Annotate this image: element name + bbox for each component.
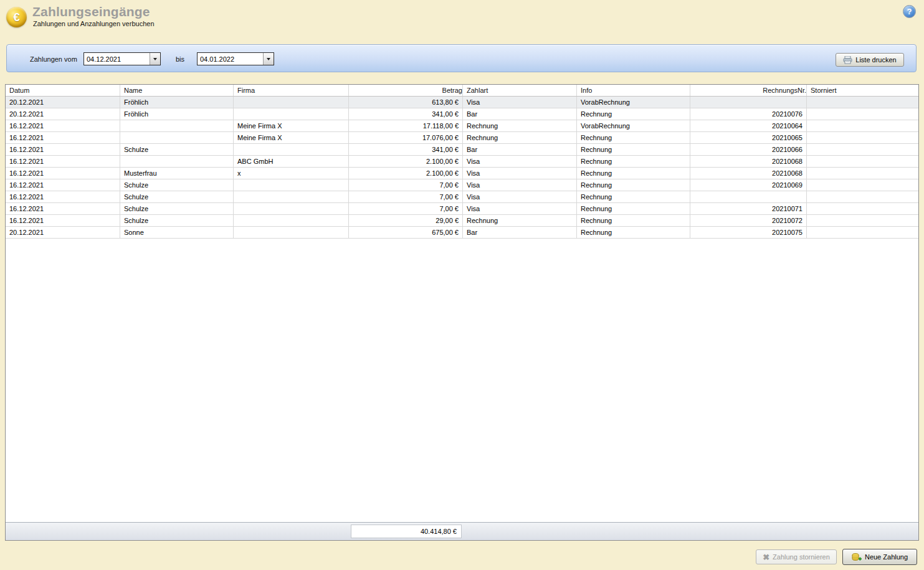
x-icon: ✖ [763, 553, 769, 561]
cell-rechnungsnr: 20210069 [690, 179, 807, 191]
date-from-input[interactable] [84, 53, 150, 65]
cell-storniert [807, 168, 918, 179]
cell-firma [234, 144, 349, 155]
cell-zahlart: Bar [463, 144, 577, 155]
cell-betrag: 341,00 € [349, 108, 463, 120]
euro-coin-icon: € [6, 7, 27, 27]
table-row[interactable]: 16.12.2021Meine Firma X17.076,00 €Rechnu… [6, 132, 918, 144]
cell-zahlart: Bar [463, 227, 577, 238]
cell-name [120, 132, 234, 143]
column-header-storniert[interactable]: Storniert [807, 85, 918, 96]
new-payment-label: Neue Zahlung [865, 553, 908, 561]
cell-betrag: 613,80 € [349, 97, 463, 108]
table-row[interactable]: 16.12.2021Musterfraux2.100,00 €VisaRechn… [6, 168, 918, 179]
table-row[interactable]: 20.12.2021Fröhlich613,80 €VisaVorabRechn… [6, 97, 918, 108]
cell-datum: 16.12.2021 [6, 156, 120, 167]
date-from-picker[interactable] [83, 52, 161, 65]
new-payment-button[interactable]: Neue Zahlung [842, 549, 917, 565]
date-to-dropdown-button[interactable] [263, 53, 274, 65]
cell-info: Rechnung [577, 227, 690, 238]
cell-info: Rechnung [577, 156, 690, 167]
cell-info: Rechnung [577, 215, 690, 226]
cell-rechnungsnr: 20210064 [690, 120, 807, 131]
cell-rechnungsnr [690, 97, 807, 108]
cell-name: Sonne [120, 227, 234, 238]
help-glyph: ? [907, 7, 912, 16]
cell-zahlart: Visa [463, 156, 577, 167]
date-to-input[interactable] [198, 53, 263, 65]
cell-info: VorabRechnung [577, 97, 690, 108]
coins-plus-icon [852, 553, 862, 562]
cell-rechnungsnr: 20210065 [690, 132, 807, 143]
cell-info: Rechnung [577, 203, 690, 214]
cell-zahlart: Visa [463, 97, 577, 108]
cell-zahlart: Rechnung [463, 120, 577, 131]
cell-rechnungsnr: 20210072 [690, 215, 807, 226]
cell-datum: 16.12.2021 [6, 168, 120, 179]
cell-firma [234, 203, 349, 214]
column-header-firma[interactable]: Firma [234, 85, 349, 96]
cell-info: VorabRechnung [577, 120, 690, 131]
print-list-button[interactable]: Liste drucken [836, 53, 904, 67]
cell-firma [234, 227, 349, 238]
date-to-picker[interactable] [197, 52, 274, 65]
cell-datum: 20.12.2021 [6, 108, 120, 120]
cell-storniert [807, 203, 918, 214]
cell-rechnungsnr [690, 191, 807, 202]
cell-name: Musterfrau [120, 168, 234, 179]
column-header-name[interactable]: Name [120, 85, 234, 96]
column-header-zahlart[interactable]: Zahlart [463, 85, 577, 96]
cell-firma: ABC GmbH [234, 156, 349, 167]
table-row[interactable]: 16.12.2021Schulze341,00 €BarRechnung2021… [6, 144, 918, 156]
cell-info: Rechnung [577, 144, 690, 155]
cell-datum: 20.12.2021 [6, 97, 120, 108]
table-footer-bar: 40.414,80 € [6, 522, 918, 540]
column-header-info[interactable]: Info [577, 85, 690, 96]
table-row[interactable]: 16.12.2021ABC GmbH2.100,00 €VisaRechnung… [6, 156, 918, 168]
help-icon[interactable]: ? [903, 5, 916, 18]
cell-storniert [807, 108, 918, 120]
filter-to-label: bis [176, 55, 184, 63]
table-row[interactable]: 20.12.2021Fröhlich341,00 €BarRechnung202… [6, 108, 918, 120]
cell-info: Rechnung [577, 168, 690, 179]
cell-name: Schulze [120, 144, 234, 155]
column-header-betrag[interactable]: Betrag [349, 85, 463, 96]
euro-glyph: € [13, 11, 20, 24]
cell-firma: Meine Firma X [234, 132, 349, 143]
cell-betrag: 7,00 € [349, 179, 463, 191]
table-row[interactable]: 16.12.2021Schulze7,00 €VisaRechnung [6, 191, 918, 203]
cell-name: Schulze [120, 215, 234, 226]
filter-bar: Zahlungen vom bis Liste drucken [6, 44, 917, 72]
total-amount-field: 40.414,80 € [351, 525, 462, 538]
cell-storniert [807, 227, 918, 238]
column-header-datum[interactable]: Datum [6, 85, 120, 96]
cell-name: Schulze [120, 179, 234, 191]
cell-name [120, 120, 234, 131]
cell-datum: 16.12.2021 [6, 203, 120, 214]
date-from-dropdown-button[interactable] [150, 53, 160, 65]
table-row[interactable]: 16.12.2021Meine Firma X17.118,00 €Rechnu… [6, 120, 918, 132]
cell-rechnungsnr: 20210068 [690, 168, 807, 179]
cell-rechnungsnr: 20210075 [690, 227, 807, 238]
cell-betrag: 675,00 € [349, 227, 463, 238]
cell-info: Rechnung [577, 191, 690, 202]
cell-storniert [807, 120, 918, 131]
cancel-payment-button[interactable]: ✖ Zahlung stornieren [756, 549, 837, 564]
table-row[interactable]: 16.12.2021Schulze7,00 €VisaRechnung20210… [6, 203, 918, 215]
table-row[interactable]: 20.12.2021Sonne675,00 €BarRechnung202100… [6, 227, 918, 239]
cell-betrag: 341,00 € [349, 144, 463, 155]
table-row[interactable]: 16.12.2021Schulze29,00 €RechnungRechnung… [6, 215, 918, 227]
cell-info: Rechnung [577, 179, 690, 191]
cell-zahlart: Bar [463, 108, 577, 120]
cell-name: Schulze [120, 203, 234, 214]
cancel-payment-label: Zahlung stornieren [773, 553, 830, 561]
cell-zahlart: Rechnung [463, 215, 577, 226]
column-header-rechnungsnr[interactable]: RechnungsNr. [690, 85, 807, 96]
cell-storniert [807, 144, 918, 155]
cell-datum: 16.12.2021 [6, 179, 120, 191]
table-row[interactable]: 16.12.2021Schulze7,00 €VisaRechnung20210… [6, 179, 918, 191]
cell-name [120, 156, 234, 167]
cell-datum: 16.12.2021 [6, 120, 120, 131]
cell-firma [234, 179, 349, 191]
chevron-down-icon [153, 58, 157, 60]
